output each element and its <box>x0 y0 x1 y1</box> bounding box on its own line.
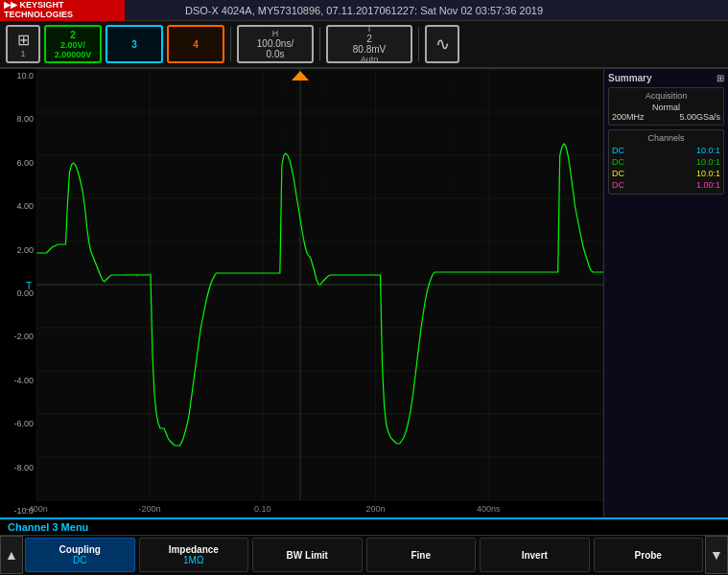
trig-label: T <box>366 24 372 34</box>
coupling-btn[interactable]: Coupling DC <box>25 538 135 572</box>
acq-rate1: 200MHz <box>612 112 645 122</box>
ch3-button[interactable]: 3 <box>106 25 163 63</box>
acq-rate2: 5.00GSa/s <box>679 112 720 122</box>
summary-title: Summary <box>608 73 652 83</box>
ch3-ratio: 10.0:1 <box>696 169 720 178</box>
ch4-coupling: DC <box>612 180 624 190</box>
ch4-button[interactable]: 4 <box>167 25 224 63</box>
summary-header: Summary ⊞ <box>608 73 724 83</box>
invert-label: Invert <box>522 550 548 561</box>
summary-panel: Summary ⊞ Acquisition Normal 200MHz 5.00… <box>603 69 728 518</box>
coupling-label: Coupling <box>59 544 101 555</box>
ch4-ratio: 1.00:1 <box>696 180 720 190</box>
separator-2 <box>319 27 320 61</box>
fine-label: Fine <box>411 550 431 561</box>
screen-btn[interactable]: ⊞ 1 <box>6 25 40 63</box>
scope-display: 10.0 8.00 6.00 4.00 2.00 0.00 -2.00 -4.0… <box>0 69 603 518</box>
logo-text: ▶▶ KEYSIGHTTECHNOLOGIES <box>4 1 73 20</box>
bottom-menu: Channel 3 Menu ▲ Coupling DC Impedance 1… <box>0 518 728 575</box>
impedance-btn[interactable]: Impedance 1MΩ <box>139 538 249 572</box>
screen-icon: ⊞ <box>17 31 30 49</box>
ch2-indicator: T <box>26 281 32 291</box>
acq-title: Acquisition <box>612 91 720 101</box>
trig-value2: 80.8mV <box>353 44 386 55</box>
ch3-label: 3 <box>131 39 137 50</box>
toolbar: ⊞ 1 2 2.00V/ 2.00000V 3 4 H 100.0ns/ 0.0… <box>0 21 728 69</box>
channels-title: Channels <box>612 133 720 143</box>
nav-up-arrow[interactable]: ▲ <box>0 536 23 574</box>
ch1-num: 1 <box>20 49 25 58</box>
trig-value1: 2 <box>366 34 372 44</box>
separator-1 <box>230 27 231 61</box>
fine-btn[interactable]: Fine <box>366 538 477 572</box>
x-label-1: -400n <box>26 504 48 514</box>
bwlimit-label: BW Limit <box>287 550 328 561</box>
coupling-value: DC <box>73 555 86 565</box>
trig-sub: Auto <box>361 55 379 64</box>
trig-button[interactable]: T 2 80.8mV Auto <box>326 25 412 63</box>
ch-row-4: DC 1.00:1 <box>612 179 720 191</box>
ch2-ratio: 10.0:1 <box>696 157 720 167</box>
bwlimit-btn[interactable]: BW Limit <box>252 538 363 572</box>
x-label-2: -200n <box>138 504 160 514</box>
ch2-label: 2 <box>70 30 76 40</box>
header-bar: ▶▶ KEYSIGHTTECHNOLOGIES DSO-X 4024A, MY5… <box>0 0 728 21</box>
ch-row-2: DC 10.0:1 <box>612 156 720 168</box>
main-area: 10.0 8.00 6.00 4.00 2.00 0.00 -2.00 -4.0… <box>0 69 728 518</box>
time-h-label: H <box>272 29 279 38</box>
header-title: DSO-X 4024A, MY57310896, 07.11.201706122… <box>185 5 543 16</box>
ch2-button[interactable]: 2 2.00V/ 2.00000V <box>44 25 102 63</box>
acq-mode: Normal <box>612 103 720 112</box>
ch3-coupling: DC <box>612 169 624 178</box>
channel-menu-label: Channel 3 Menu <box>0 519 728 536</box>
time-button[interactable]: H 100.0ns/ 0.0s <box>237 25 314 63</box>
probe-btn[interactable]: Probe <box>594 538 704 572</box>
impedance-label: Impedance <box>169 544 219 555</box>
waveform-canvas: T -400n -200n 0.10 200n 400ns <box>0 69 603 518</box>
x-label-3: 0.10 <box>254 504 271 514</box>
probe-label: Probe <box>635 550 662 561</box>
ch4-label: 4 <box>193 39 199 50</box>
ch-row-3: DC 10.0:1 <box>612 168 720 179</box>
ch2-coupling: DC <box>612 157 624 167</box>
ch1-volts: 2.00V/ <box>60 40 85 50</box>
time-value2: 0.0s <box>267 49 285 59</box>
menu-buttons: ▲ Coupling DC Impedance 1MΩ BW Limit Fin… <box>0 536 728 574</box>
ch-row-1: DC 10.0:1 <box>612 145 720 156</box>
time-value1: 100.0ns/ <box>257 38 294 49</box>
x-label-5: 400ns <box>477 504 501 514</box>
wave-btn[interactable]: ∿ <box>425 25 459 63</box>
ch1-ratio: 10.0:1 <box>696 146 720 155</box>
ch1-coupling: DC <box>612 146 624 155</box>
separator-3 <box>418 27 419 61</box>
logo: ▶▶ KEYSIGHTTECHNOLOGIES <box>0 0 125 21</box>
summary-icon[interactable]: ⊞ <box>716 73 724 83</box>
wave-icon: ∿ <box>435 34 450 55</box>
channels-section: Channels DC 10.0:1 DC 10.0:1 DC 10.0:1 D… <box>608 129 724 195</box>
acquisition-section: Acquisition Normal 200MHz 5.00GSa/s <box>608 87 724 126</box>
invert-btn[interactable]: Invert <box>480 538 590 572</box>
impedance-value: 1MΩ <box>183 555 203 565</box>
ch1-offset: 2.00000V <box>55 50 92 59</box>
x-label-4: 200n <box>365 504 385 514</box>
nav-down-arrow[interactable]: ▼ <box>705 536 728 574</box>
